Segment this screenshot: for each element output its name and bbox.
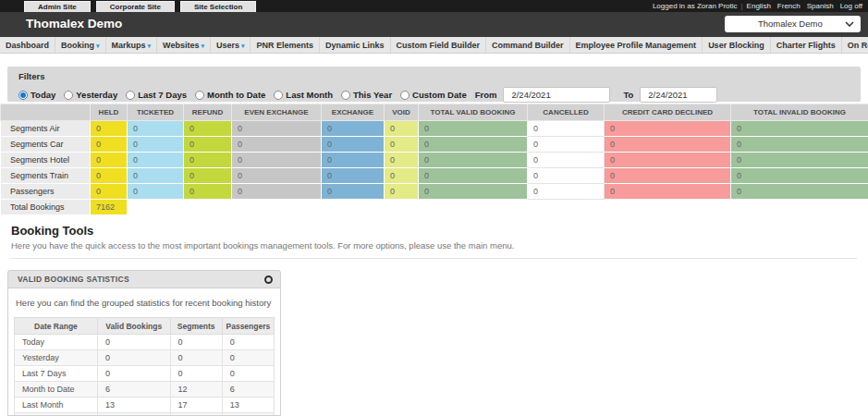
radio-option-yesterday[interactable]: Yesterday [64, 90, 117, 100]
table-row: Yesterday000 [15, 350, 275, 366]
language-english[interactable]: English [747, 2, 771, 10]
summary-value-cell: 0 [184, 184, 232, 200]
summary-column-header: TOTAL INVALID BOOKING [731, 104, 868, 121]
nav-item-label: On Request Cars [848, 41, 868, 50]
summary-value-cell: 0 [419, 153, 528, 168]
nav-item-dashboard[interactable]: Dashboard [0, 37, 55, 53]
summary-value-cell [528, 200, 605, 215]
chevron-down-icon: ▾ [96, 43, 100, 49]
nav-item-booking[interactable]: Booking▾ [55, 37, 106, 53]
panel-title: VALID BOOKING SATISTICS [18, 275, 264, 284]
radio-icon[interactable] [400, 91, 410, 100]
summary-value-cell: 0 [91, 153, 128, 168]
summary-value-cell: 0 [322, 121, 385, 137]
radio-option-month-to-date[interactable]: Month to Date [195, 90, 265, 100]
from-label: From [475, 90, 497, 100]
radio-icon[interactable] [195, 91, 204, 100]
booking-tools-title: Booking Tools [11, 224, 857, 238]
stats-header-row: Date RangeValid BookingsSegmentsPassenge… [15, 318, 275, 335]
stats-value-cell: 0 [222, 335, 274, 350]
panel-body: Here you can find the grouped statistics… [7, 288, 281, 416]
statistics-table: Date RangeValid BookingsSegmentsPassenge… [14, 317, 275, 416]
summary-value-cell: 0 [322, 168, 385, 184]
radio-option-custom-date[interactable]: Custom Date [400, 90, 467, 100]
radio-label: Last 7 Days [138, 90, 187, 100]
from-date-input[interactable] [503, 87, 610, 103]
stats-value-cell: 13 [222, 398, 274, 413]
table-row: Last 7 Days000 [15, 366, 275, 382]
summary-value-cell: 0 [128, 184, 184, 200]
language-spanish[interactable]: Spanish [807, 2, 834, 10]
nav-item-label: Command Builder [492, 41, 564, 50]
nav-item-on-request-cars[interactable]: On Request Cars [842, 37, 868, 53]
stats-value-cell: 6 [222, 382, 274, 398]
radio-icon[interactable] [274, 91, 283, 100]
radio-option-this-year[interactable]: This Year [341, 90, 392, 100]
summary-value-cell: 0 [385, 153, 419, 168]
nav-item-label: Dynamic Links [325, 41, 385, 50]
gear-icon[interactable] [264, 275, 273, 284]
radio-option-last-7-days[interactable]: Last 7 Days [126, 90, 187, 100]
logged-in-text: Logged in as Zoran Protic [653, 2, 738, 10]
summary-value-cell: 0 [528, 184, 605, 200]
summary-value-cell [385, 200, 419, 215]
summary-value-cell: 0 [731, 121, 868, 137]
radio-option-last-month[interactable]: Last Month [274, 90, 333, 100]
nav-item-users[interactable]: Users▾ [211, 37, 251, 53]
nav-item-websites[interactable]: Websites▾ [157, 37, 211, 53]
summary-row-label: Passengers [1, 184, 91, 200]
stats-column-header: Valid Bookings [97, 318, 170, 335]
page: Admin SiteCorporate SiteSite Selection L… [0, 0, 868, 416]
summary-value-cell [184, 200, 232, 215]
nav-item-label: Employee Profile Management [576, 41, 697, 50]
stats-row-label: Last Month [15, 398, 98, 413]
nav-item-charter-flights[interactable]: Charter Flights [771, 37, 842, 53]
summary-value-cell: 0 [385, 184, 419, 200]
site-selector-dropdown[interactable]: Thomalex Demo [725, 16, 861, 32]
site-tab-corporate-site[interactable]: Corporate Site [96, 1, 175, 12]
summary-value-cell: 0 [232, 137, 322, 153]
summary-value-cell: 0 [731, 184, 868, 200]
radio-option-today[interactable]: Today [18, 90, 55, 100]
summary-column-header [1, 104, 91, 121]
radio-selected-icon[interactable] [18, 91, 28, 100]
nav-item-employee-profile-management[interactable]: Employee Profile Management [570, 37, 703, 53]
stats-value-cell: 0 [222, 366, 274, 382]
radio-icon[interactable] [341, 91, 350, 100]
nav-item-dynamic-links[interactable]: Dynamic Links [320, 37, 391, 53]
stats-value-cell: 6 [97, 382, 170, 398]
radio-icon[interactable] [126, 91, 135, 100]
stats-value-cell: 0 [222, 350, 274, 366]
stats-value-cell [222, 413, 274, 416]
summary-value-cell: 0 [731, 168, 868, 184]
summary-row-label: Segments Air [1, 121, 91, 137]
nav-item-command-builder[interactable]: Command Builder [486, 37, 570, 53]
radio-label: Month to Date [207, 90, 265, 100]
nav-item-custom-field-builder[interactable]: Custom Field Builder [391, 37, 487, 53]
logoff-link[interactable]: Log off [840, 2, 862, 10]
top-bar: Admin SiteCorporate SiteSite Selection L… [0, 0, 868, 12]
site-selector-value: Thomalex Demo [758, 18, 823, 29]
stats-row-label: Yesterday [15, 350, 98, 366]
to-date-input[interactable] [640, 87, 717, 103]
summary-value-cell: 0 [184, 137, 232, 153]
language-french[interactable]: French [777, 2, 801, 10]
summary-row-label: Segments Train [1, 168, 91, 184]
summary-header-row: HELDTICKETEDREFUNDEVEN EXCHANGEEXCHANGEV… [1, 104, 868, 121]
summary-value-cell: 0 [91, 184, 128, 200]
site-tabs: Admin SiteCorporate SiteSite Selection [24, 0, 256, 12]
summary-value-cell: 0 [91, 168, 128, 184]
table-row: Segments Train0000000000 [1, 168, 868, 184]
nav-item-markups[interactable]: Markups▾ [106, 37, 158, 53]
summary-value-cell: 0 [528, 168, 605, 184]
site-tab-admin-site[interactable]: Admin Site [24, 1, 91, 12]
nav-item-user-blocking[interactable]: User Blocking [703, 37, 771, 53]
site-tab-site-selection[interactable]: Site Selection [180, 1, 256, 12]
stats-column-header: Segments [170, 318, 222, 335]
nav-item-pnr-elements[interactable]: PNR Elements [251, 37, 320, 53]
radio-icon[interactable] [64, 91, 73, 100]
panel-header[interactable]: VALID BOOKING SATISTICS [7, 270, 281, 288]
table-row: Segments Hotel0000000000 [1, 153, 868, 168]
stats-row-label: Last 7 Days [15, 366, 98, 382]
main-nav: DashboardBooking▾Markups▾Websites▾Users▾… [0, 37, 868, 54]
